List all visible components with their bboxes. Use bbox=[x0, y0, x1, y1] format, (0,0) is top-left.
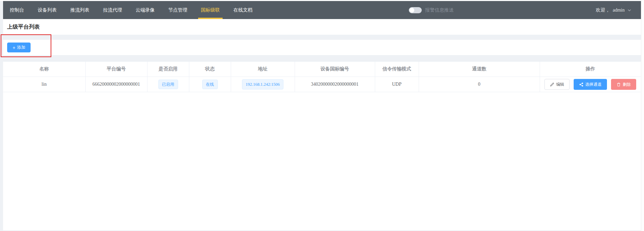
top-nav: 控制台 设备列表 推流列表 拉流代理 云端录像 节点管理 国标级联 在线文档 报… bbox=[3, 1, 641, 19]
cell-gb-device-id: 34020000002000000001 bbox=[295, 77, 375, 92]
table-row: lin 66620000002000000001 已启用 在线 192.168.… bbox=[3, 77, 641, 92]
alarm-push-label: 报警信息推送 bbox=[425, 7, 454, 13]
cell-address: 192.168.1.242:1506 bbox=[231, 77, 295, 92]
col-header-transport-mode: 信令传输模式 bbox=[375, 62, 419, 77]
edit-pencil-icon bbox=[550, 82, 554, 87]
nav-item-push-list[interactable]: 推流列表 bbox=[64, 1, 96, 19]
chevron-down-icon bbox=[627, 8, 631, 12]
title-bar: 上级平台列表 bbox=[3, 19, 641, 35]
trash-icon bbox=[616, 82, 621, 87]
share-icon bbox=[579, 82, 584, 87]
cell-status: 在线 bbox=[189, 77, 231, 92]
nav-item-device-list[interactable]: 设备列表 bbox=[31, 1, 64, 19]
user-menu[interactable]: 欢迎， admin bbox=[596, 1, 631, 19]
col-header-status: 状态 bbox=[189, 62, 231, 77]
cell-name: lin bbox=[3, 77, 85, 92]
enabled-badge: 已启用 bbox=[158, 80, 178, 89]
cell-platform-id: 66620000002000000001 bbox=[85, 77, 147, 92]
status-badge: 在线 bbox=[202, 80, 218, 89]
platform-table: 名称 平台编号 是否启用 状态 地址 设备国标编号 信令传输模式 通道数 操作 … bbox=[3, 61, 641, 92]
nav-item-cloud-record[interactable]: 云端录像 bbox=[129, 1, 161, 19]
cell-actions: 编辑 选择通道 删除 bbox=[540, 77, 641, 92]
col-header-actions: 操作 bbox=[540, 62, 641, 77]
select-channel-button[interactable]: 选择通道 bbox=[574, 79, 607, 90]
toggle-knob-icon bbox=[410, 8, 414, 13]
alarm-push-toggle[interactable] bbox=[409, 7, 422, 13]
select-channel-label: 选择通道 bbox=[585, 82, 602, 87]
cell-enabled: 已启用 bbox=[147, 77, 189, 92]
nav-item-pull-proxy[interactable]: 拉流代理 bbox=[96, 1, 129, 19]
nav-item-node-manage[interactable]: 节点管理 bbox=[161, 1, 194, 19]
col-header-platform-id: 平台编号 bbox=[85, 62, 147, 77]
cell-transport-mode: UDP bbox=[375, 77, 419, 92]
cell-channel-count: 0 bbox=[419, 77, 540, 92]
welcome-text: 欢迎， bbox=[596, 7, 610, 13]
scrollbar-track[interactable] bbox=[641, 0, 644, 231]
add-button[interactable]: + 添加 bbox=[7, 43, 31, 52]
edit-button-label: 编辑 bbox=[556, 82, 564, 87]
col-header-name: 名称 bbox=[3, 62, 85, 77]
nav-item-label: 国标级联 bbox=[201, 7, 220, 13]
username: admin bbox=[613, 7, 625, 13]
col-header-address: 地址 bbox=[231, 62, 295, 77]
col-header-enabled: 是否启用 bbox=[147, 62, 189, 77]
nav-item-online-docs[interactable]: 在线文档 bbox=[227, 1, 259, 19]
delete-button[interactable]: 删除 bbox=[611, 79, 636, 90]
col-header-gb-device-id: 设备国标编号 bbox=[295, 62, 375, 77]
address-badge: 192.168.1.242:1506 bbox=[242, 79, 283, 89]
table-header-row: 名称 平台编号 是否启用 状态 地址 设备国标编号 信令传输模式 通道数 操作 bbox=[3, 62, 641, 77]
nav-item-gb-cascade[interactable]: 国标级联 bbox=[194, 1, 227, 19]
toolbar: + 添加 bbox=[3, 40, 641, 55]
col-header-channel-count: 通道数 bbox=[419, 62, 540, 77]
edit-button[interactable]: 编辑 bbox=[544, 79, 570, 90]
nav-item-console[interactable]: 控制台 bbox=[3, 1, 31, 19]
alarm-push-group: 报警信息推送 bbox=[409, 1, 454, 19]
delete-button-label: 删除 bbox=[623, 82, 631, 87]
add-button-label: 添加 bbox=[17, 45, 25, 50]
page-title: 上级平台列表 bbox=[7, 23, 40, 31]
plus-icon: + bbox=[13, 45, 15, 50]
main-panel: 名称 平台编号 是否启用 状态 地址 设备国标编号 信令传输模式 通道数 操作 … bbox=[3, 61, 641, 230]
